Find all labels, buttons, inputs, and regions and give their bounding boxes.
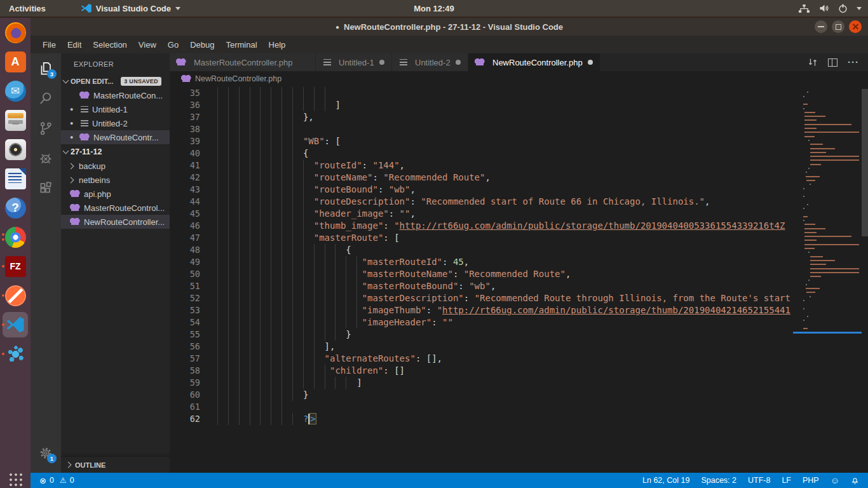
explorer-activity-button[interactable]: 3 [31, 53, 61, 83]
maximize-button[interactable] [832, 20, 844, 33]
tree-item-netbeins[interactable]: netbeins [61, 173, 170, 187]
chevron-down-icon [857, 7, 862, 10]
dock-rhythmbox[interactable] [0, 135, 31, 164]
code-line[interactable]: 50"masterRouteName": "Recommended Route"… [170, 268, 793, 280]
feedback-smiley-icon[interactable] [831, 475, 839, 485]
code-line[interactable]: 43"routeBound": "wb", [170, 184, 793, 196]
system-tray[interactable] [799, 0, 862, 17]
menu-terminal[interactable]: Terminal [220, 38, 262, 51]
tab-bar: MasterRouteController.phpUntitled-1Untit… [170, 53, 868, 71]
code-line[interactable]: 56], [170, 341, 793, 353]
dock-chrome[interactable] [0, 222, 31, 252]
show-applications-button[interactable] [8, 471, 23, 487]
tree-item-NewRouteController-[interactable]: NewRouteController... [61, 215, 170, 229]
code-line[interactable]: 42"routeName": "Recommended Route", [170, 172, 793, 184]
dock-paint-splash[interactable] [0, 339, 31, 369]
dock-postman[interactable] [0, 281, 31, 310]
code-line[interactable]: 35 [170, 87, 793, 99]
chrome-icon [5, 227, 26, 248]
encoding-status[interactable]: UTF-8 [748, 476, 770, 485]
menu-bar: FileEditSelectionViewGoDebugTerminalHelp [31, 36, 868, 53]
code-editor[interactable]: 3536]37},3839"WB": [40{41"routeId": "144… [170, 86, 868, 473]
code-line[interactable]: 45"header_image": "", [170, 208, 793, 220]
problems-status[interactable]: 0 0 [39, 476, 74, 485]
activities-button[interactable]: Activities [0, 0, 55, 17]
dock-vscode[interactable] [0, 310, 31, 339]
dock-thunderbird[interactable] [0, 76, 31, 105]
menu-go[interactable]: Go [162, 38, 184, 51]
minimap[interactable] [793, 86, 862, 473]
tab-Untitled-2[interactable]: Untitled-2 [392, 53, 468, 71]
dock-help[interactable] [0, 193, 31, 222]
breadcrumb[interactable]: NewRouteController.php [170, 71, 868, 86]
editor-scrollbar[interactable] [862, 89, 868, 236]
notifications-bell-icon[interactable] [851, 476, 859, 485]
token: : [389, 208, 400, 219]
open-editor-item[interactable]: ●Untitled-2 [61, 116, 170, 130]
indentation-status[interactable]: Spaces: 2 [701, 476, 736, 485]
cursor-position-status[interactable]: Ln 62, Col 19 [642, 476, 689, 485]
open-changes-icon[interactable] [808, 57, 818, 67]
open-editor-item[interactable]: ●Untitled-1 [61, 102, 170, 116]
code-line[interactable]: 40{ [170, 147, 793, 159]
menu-view[interactable]: View [133, 38, 162, 51]
code-line[interactable]: 52"masterDescription": "Recommended Rout… [170, 292, 793, 304]
tab-MasterRouteController-php[interactable]: MasterRouteController.php [170, 53, 316, 71]
dock-files[interactable] [0, 105, 31, 135]
code-line[interactable]: 49"masterRouteId": 45, [170, 256, 793, 268]
focused-app-menu[interactable]: Visual Studio Code [81, 3, 180, 13]
open-editors-header[interactable]: OPEN EDIT... 3 UNSAVED [61, 74, 170, 88]
dock-firefox[interactable] [0, 18, 31, 47]
open-editor-item[interactable]: ●NewRouteContr... [61, 130, 170, 144]
code-line[interactable]: 47"masterRoute": [ [170, 232, 793, 244]
eol-status[interactable]: LF [782, 476, 791, 485]
code-line[interactable]: 57"alternateRoutes": [], [170, 353, 793, 365]
code-line[interactable]: 39"WB": [ [170, 135, 793, 147]
code-line[interactable]: 53"imageThumb": "http://rt66ug.com/admin… [170, 304, 793, 316]
code-text: ] [200, 99, 793, 111]
clock[interactable]: Mon 12:49 [414, 0, 454, 17]
code-line[interactable]: 54"imageHeader": "" [170, 316, 793, 329]
code-line[interactable]: 60} [170, 389, 793, 401]
code-line[interactable]: 62?> [170, 413, 793, 425]
minimize-button[interactable] [815, 20, 827, 33]
code-line[interactable]: 58"children": [] [170, 365, 793, 377]
outline-section-header[interactable]: OUTLINE [61, 456, 170, 473]
close-button[interactable] [849, 20, 862, 33]
split-editor-icon[interactable] [828, 58, 837, 67]
code-line[interactable]: 46"thumb_image": "http://rt66ug.com/admi… [170, 220, 793, 232]
debug-activity-button[interactable] [31, 143, 61, 173]
folder-section-header[interactable]: 27-11-12 [61, 145, 170, 159]
code-line[interactable]: 51"masterRouteBound": "wb", [170, 280, 793, 292]
open-editor-item[interactable]: MasterRouteCon... [61, 88, 170, 102]
tree-item-api-php[interactable]: api.php [61, 187, 170, 201]
extensions-activity-button[interactable] [31, 173, 61, 203]
tree-item-backup[interactable]: backup [61, 159, 170, 173]
code-line[interactable]: 59] [170, 377, 793, 389]
code-line[interactable]: 38 [170, 123, 793, 135]
search-activity-button[interactable] [31, 83, 61, 113]
code-line[interactable]: 48{ [170, 244, 793, 256]
menu-debug[interactable]: Debug [184, 38, 220, 51]
code-line[interactable]: 61 [170, 401, 793, 413]
code-line[interactable]: 44"routeDescription": "Recommended start… [170, 196, 793, 208]
dock-ubuntu-software[interactable] [0, 47, 31, 76]
dock-libreoffice-writer[interactable] [0, 164, 31, 193]
tab-Untitled-1[interactable]: Untitled-1 [316, 53, 392, 71]
window-title-bar[interactable]: ● NewRouteController.php - 27-11-12 - Vi… [31, 18, 868, 36]
code-line[interactable]: 41"routeId": "144", [170, 159, 793, 172]
tab-NewRouteController-php[interactable]: NewRouteController.php [468, 53, 600, 71]
tree-item-MasterRouteControl-[interactable]: MasterRouteControl... [61, 201, 170, 215]
dock-filezilla[interactable] [0, 252, 31, 281]
menu-selection[interactable]: Selection [87, 38, 132, 51]
menu-edit[interactable]: Edit [62, 38, 87, 51]
language-mode-status[interactable]: PHP [803, 476, 819, 485]
source-control-activity-button[interactable] [31, 113, 61, 143]
more-actions-icon[interactable]: ··· [848, 59, 859, 65]
code-line[interactable]: 55} [170, 329, 793, 341]
menu-file[interactable]: File [37, 38, 62, 51]
manage-button[interactable]: 1 [31, 438, 61, 468]
code-line[interactable]: 36] [170, 99, 793, 111]
code-line[interactable]: 37}, [170, 111, 793, 123]
menu-help[interactable]: Help [263, 38, 292, 51]
